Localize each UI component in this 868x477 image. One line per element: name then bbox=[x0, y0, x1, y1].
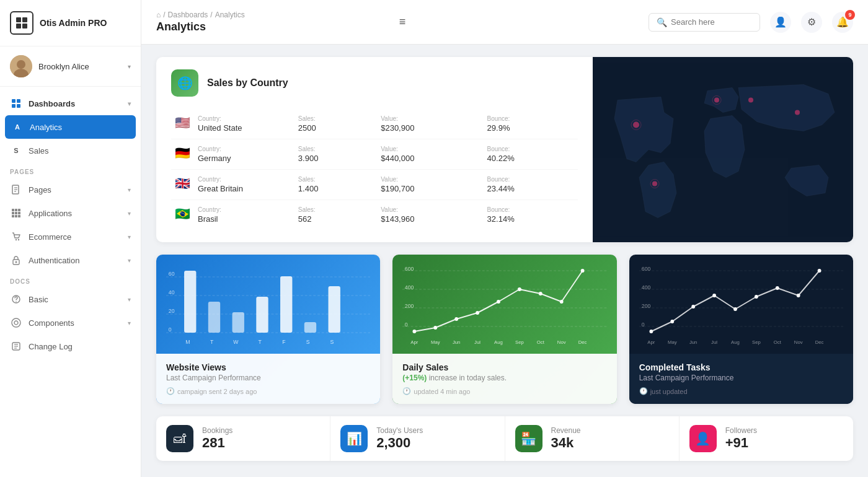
daily-sales-chart: 600 400 200 0 bbox=[392, 255, 616, 354]
map-dot-russia bbox=[748, 98, 753, 103]
completed-tasks-info: Completed Tasks Last Campaign Performanc… bbox=[629, 354, 853, 404]
applications-label: Applications bbox=[29, 209, 128, 218]
stat-info: Followers +91 bbox=[725, 426, 757, 451]
svg-point-96 bbox=[649, 330, 653, 333]
user-profile-button[interactable]: 👤 bbox=[770, 12, 791, 33]
svg-rect-1 bbox=[22, 17, 27, 22]
sales-by-country-card: 🌐 Sales by Country 🇺🇸 Country: United St… bbox=[156, 57, 853, 242]
dashboards-label: Dashboards bbox=[29, 99, 128, 108]
svg-point-104 bbox=[817, 269, 821, 273]
svg-rect-52 bbox=[280, 276, 292, 333]
svg-text:F: F bbox=[282, 339, 286, 345]
user-profile[interactable]: Brooklyn Alice ▾ bbox=[0, 46, 141, 87]
country-cell: Country: Brasil bbox=[194, 200, 294, 230]
svg-text:40: 40 bbox=[169, 289, 175, 295]
website-views-subtitle: Last Campaign Performance bbox=[166, 374, 370, 382]
completed-tasks-subtitle: Last Campaign Performance bbox=[639, 374, 843, 382]
website-views-info: Website Views Last Campaign Performance … bbox=[156, 354, 380, 404]
clock-icon: 🕐 bbox=[166, 387, 175, 395]
dashboards-icon bbox=[10, 97, 22, 110]
svg-rect-50 bbox=[232, 312, 244, 333]
settings-button[interactable]: ⚙ bbox=[801, 12, 822, 33]
country-cell: Country: United State bbox=[194, 109, 294, 139]
svg-text:Sep: Sep bbox=[752, 339, 761, 345]
svg-text:Jun: Jun bbox=[689, 339, 697, 345]
sidebar-item-components[interactable]: Components ▾ bbox=[0, 311, 141, 335]
search-input[interactable] bbox=[671, 17, 745, 27]
sidebar-item-changelog[interactable]: Change Log bbox=[0, 335, 141, 358]
search-box[interactable]: 🔍 bbox=[649, 13, 760, 32]
map-dot-brazil bbox=[652, 182, 657, 186]
sales-label: Sales bbox=[29, 146, 131, 155]
sidebar-item-pages[interactable]: Pages ▾ bbox=[0, 178, 141, 201]
svg-text:20: 20 bbox=[169, 308, 175, 314]
sidebar-item-basic[interactable]: Basic ▾ bbox=[0, 287, 141, 311]
ecommerce-label: Ecommerce bbox=[29, 232, 128, 242]
svg-text:600: 600 bbox=[405, 266, 414, 272]
ecommerce-icon bbox=[10, 230, 22, 243]
applications-chevron-icon: ▾ bbox=[128, 210, 131, 217]
basic-icon bbox=[10, 293, 22, 305]
menu-toggle-button[interactable]: ≡ bbox=[399, 15, 406, 28]
authentication-chevron-icon: ▾ bbox=[128, 257, 131, 264]
table-row: 🇺🇸 Country: United State Sales: 2500 Val… bbox=[171, 109, 578, 139]
ecommerce-chevron-icon: ▾ bbox=[128, 234, 131, 240]
map-dot-asia bbox=[795, 110, 800, 115]
svg-text:Apr: Apr bbox=[411, 339, 418, 345]
svg-rect-54 bbox=[329, 286, 340, 333]
sales-header-icon: 🌐 bbox=[171, 69, 198, 97]
sidebar-item-dashboards[interactable]: Dashboards ▾ bbox=[0, 92, 141, 115]
svg-rect-8 bbox=[17, 99, 20, 103]
svg-text:0: 0 bbox=[169, 326, 172, 333]
flag-cell: 🇬🇧 bbox=[171, 170, 194, 200]
stat-icon: 📊 bbox=[340, 425, 368, 452]
authentication-label: Authentication bbox=[29, 256, 128, 265]
svg-point-72 bbox=[455, 317, 459, 321]
search-icon: 🔍 bbox=[657, 17, 667, 27]
svg-point-99 bbox=[712, 294, 716, 297]
svg-rect-20 bbox=[18, 212, 20, 214]
svg-text:S: S bbox=[330, 339, 334, 345]
sidebar-item-analytics[interactable]: A Analytics bbox=[5, 115, 136, 139]
svg-text:Dec: Dec bbox=[578, 339, 587, 345]
sidebar-item-authentication[interactable]: Authentication ▾ bbox=[0, 248, 141, 272]
flag-cell: 🇩🇪 bbox=[171, 139, 194, 170]
daily-sales-subtitle: (+15%) increase in today sales. bbox=[402, 374, 606, 382]
value-cell: Value: $143,960 bbox=[377, 200, 483, 230]
docs-section-label: DOCS bbox=[0, 272, 141, 287]
svg-point-76 bbox=[539, 292, 542, 295]
svg-text:M: M bbox=[185, 339, 190, 345]
bounce-cell: Bounce: 32.14% bbox=[484, 200, 578, 230]
chart-cards-row: 60 40 20 0 M bbox=[156, 255, 853, 404]
flag-cell: 🇧🇷 bbox=[171, 200, 194, 230]
svg-text:T: T bbox=[210, 339, 214, 345]
stats-row: 🛋 Bookings 281 📊 Today's Users 2,300 🏪 R… bbox=[156, 416, 853, 461]
country-table: 🇺🇸 Country: United State Sales: 2500 Val… bbox=[171, 109, 578, 230]
svg-rect-0 bbox=[16, 17, 21, 22]
notifications-button[interactable]: 🔔 9 bbox=[832, 12, 853, 33]
basic-chevron-icon: ▾ bbox=[128, 296, 131, 303]
country-cell: Country: Germany bbox=[194, 139, 294, 170]
dashboards-chevron-icon: ▾ bbox=[128, 100, 131, 107]
svg-point-75 bbox=[518, 287, 521, 291]
svg-text:400: 400 bbox=[405, 284, 414, 291]
svg-text:May: May bbox=[431, 339, 440, 345]
svg-text:Sep: Sep bbox=[515, 339, 524, 345]
completed-tasks-time: 🕐 just updated bbox=[639, 387, 843, 395]
svg-point-70 bbox=[413, 330, 417, 333]
sidebar-item-sales[interactable]: S Sales bbox=[0, 139, 141, 162]
svg-point-25 bbox=[18, 239, 19, 240]
stat-info: Bookings 281 bbox=[202, 426, 232, 451]
components-chevron-icon: ▾ bbox=[128, 320, 131, 326]
svg-text:Nov: Nov bbox=[557, 339, 566, 345]
breadcrumb: ⌂ / Dashboards / Analytics Analytics bbox=[156, 11, 387, 33]
sidebar-item-ecommerce[interactable]: Ecommerce ▾ bbox=[0, 225, 141, 248]
website-views-title: Website Views bbox=[166, 362, 370, 372]
pages-chevron-icon: ▾ bbox=[128, 186, 131, 193]
sidebar-item-applications[interactable]: Applications ▾ bbox=[0, 201, 141, 225]
svg-rect-23 bbox=[18, 215, 20, 217]
svg-text:Aug: Aug bbox=[494, 339, 503, 345]
value-cell: Value: $230,900 bbox=[377, 109, 483, 139]
svg-point-71 bbox=[434, 326, 438, 330]
svg-point-31 bbox=[12, 318, 20, 327]
